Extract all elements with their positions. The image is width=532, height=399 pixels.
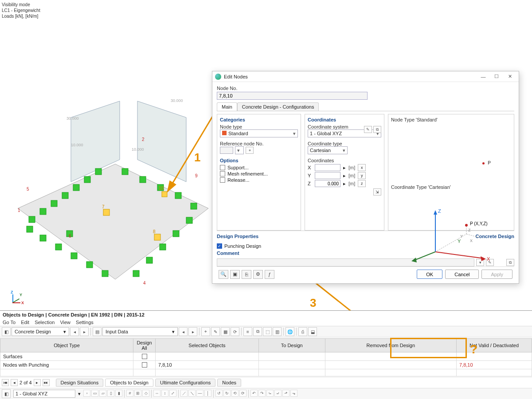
coord-tool-1-icon[interactable]: ✎ xyxy=(364,126,372,133)
dlg-tool-5-icon[interactable]: ƒ xyxy=(265,270,274,279)
status-g22-icon[interactable]: ⤿ xyxy=(266,390,274,397)
objects-table[interactable]: Object Type Design All Selected Objects … xyxy=(0,338,532,376)
dlg-tool-3-icon[interactable]: ⎘ xyxy=(242,270,251,279)
coord-z-input[interactable] xyxy=(315,180,340,187)
tb-a-icon[interactable]: ⌖ xyxy=(201,327,210,336)
status-g14-icon[interactable]: ― xyxy=(196,390,203,397)
reference-node-input[interactable] xyxy=(220,147,233,154)
cancel-button[interactable]: Cancel xyxy=(445,270,479,279)
coord-type-select[interactable]: Cartesian▾ xyxy=(308,146,348,154)
menu-view[interactable]: View xyxy=(60,320,70,325)
tab-objects-to-design[interactable]: Objects to Design xyxy=(105,379,153,387)
table-row[interactable]: Nodes with Punching 7,8,10 7,8,10 xyxy=(0,361,532,369)
coord-y-pick-icon[interactable]: y xyxy=(358,172,366,179)
pager-first-icon[interactable]: ⏮ xyxy=(2,379,9,386)
status-g15-icon[interactable]: │ xyxy=(204,390,211,397)
option-support-checkbox[interactable]: Support... xyxy=(220,165,298,170)
status-g23-icon[interactable]: ⤾ xyxy=(274,390,282,397)
tab-nodes[interactable]: Nodes xyxy=(217,379,241,387)
status-g9-icon[interactable]: ↔ xyxy=(153,390,160,397)
menu-settings[interactable]: Settings xyxy=(76,320,94,325)
tb-g-icon[interactable]: ⬚ xyxy=(263,327,272,336)
tb-icon-1[interactable]: ◧ xyxy=(2,327,11,336)
col-removed[interactable]: Removed from Design xyxy=(325,339,456,352)
menu-selection[interactable]: Selection xyxy=(35,320,55,325)
status-g10-icon[interactable]: ↕ xyxy=(161,390,168,397)
col-object-type[interactable]: Object Type xyxy=(0,339,133,352)
status-g20-icon[interactable]: ↶ xyxy=(250,390,258,397)
pager-last-icon[interactable]: ⏭ xyxy=(43,379,50,386)
window-maximize-icon[interactable]: ☐ xyxy=(490,73,503,81)
option-release-checkbox[interactable]: Release... xyxy=(220,177,298,183)
status-g3-icon[interactable]: ▱ xyxy=(99,390,106,397)
node-type-select[interactable]: Standard ▾ xyxy=(220,129,298,137)
col-design-all[interactable]: Design All xyxy=(133,339,156,352)
ok-button[interactable]: OK xyxy=(417,270,442,279)
col-selected[interactable]: Selected Objects xyxy=(156,339,259,352)
tb-c-icon[interactable]: ▦ xyxy=(221,327,230,336)
status-g13-icon[interactable]: ＼ xyxy=(188,390,196,397)
status-g12-icon[interactable]: ／ xyxy=(180,390,188,397)
design-type-select[interactable]: Concrete Design▾ xyxy=(12,327,69,336)
status-g5-icon[interactable]: ▮ xyxy=(115,390,122,397)
status-icon-sys[interactable]: ◧ xyxy=(2,389,11,398)
window-close-icon[interactable]: ✕ xyxy=(504,73,516,81)
coord-x-input[interactable] xyxy=(315,164,340,171)
status-g25-icon[interactable]: ⬎ xyxy=(290,390,297,397)
status-g17-icon[interactable]: ↻ xyxy=(223,390,231,397)
status-coord-sys-select[interactable]: 1 - Global XYZ xyxy=(13,390,75,398)
table-row[interactable] xyxy=(0,369,532,376)
data-mode-select[interactable]: Input Data▾ xyxy=(102,327,178,336)
tb-h-icon[interactable]: ▥ xyxy=(273,327,282,336)
tb-e-icon[interactable]: ≡ xyxy=(243,327,252,336)
status-g6-icon[interactable]: # xyxy=(126,390,133,397)
status-g7-icon[interactable]: ⊞ xyxy=(134,390,141,397)
design-all-checkbox[interactable] xyxy=(142,354,147,359)
option-mesh-checkbox[interactable]: Mesh refinement... xyxy=(220,171,298,176)
dlg-tool-4-icon[interactable]: ⚙ xyxy=(253,270,263,279)
table-row[interactable]: Surfaces xyxy=(0,352,532,361)
status-g1-icon[interactable]: ▫ xyxy=(83,390,90,397)
reference-node-select[interactable]: ▾ xyxy=(235,146,244,154)
col-notvalid[interactable]: Not Valid / Deactivated xyxy=(457,339,532,352)
window-minimize-icon[interactable]: ― xyxy=(477,73,489,81)
coord-tool-2-icon[interactable]: ⧉ xyxy=(373,126,381,133)
status-g11-icon[interactable]: ⤢ xyxy=(169,390,176,397)
status-g18-icon[interactable]: ⟲ xyxy=(231,390,239,397)
tb-input-icon[interactable]: ▤ xyxy=(93,327,102,336)
pick-node-icon[interactable]: ⌖ xyxy=(246,147,254,154)
tb-prev-icon[interactable]: ◂ xyxy=(70,327,79,336)
status-g21-icon[interactable]: ↷ xyxy=(258,390,266,397)
tab-design-situations[interactable]: Design Situations xyxy=(56,379,104,387)
pager-next-icon[interactable]: ▸ xyxy=(34,379,41,386)
tb-j-icon[interactable]: ⎙ xyxy=(298,327,307,336)
tb-b-icon[interactable]: ✎ xyxy=(211,327,220,336)
tab-ultimate-config[interactable]: Ultimate Configurations xyxy=(155,379,215,387)
status-g4-icon[interactable]: ▯ xyxy=(107,390,114,397)
coord-x-pick-icon[interactable]: x xyxy=(358,164,366,171)
status-g2-icon[interactable]: ▭ xyxy=(91,390,98,397)
dlg-tool-2-icon[interactable]: ▣ xyxy=(230,270,240,279)
status-g19-icon[interactable]: ⟳ xyxy=(239,390,246,397)
coord-z-pick-icon[interactable]: z xyxy=(358,180,366,187)
status-g8-icon[interactable]: ◇ xyxy=(142,390,149,397)
node-no-input[interactable] xyxy=(217,92,368,100)
tb-next-icon[interactable]: ▸ xyxy=(80,327,89,336)
tab-main[interactable]: Main xyxy=(217,102,237,111)
design-all-checkbox[interactable] xyxy=(142,362,147,368)
tb-d-icon[interactable]: ⟳ xyxy=(231,327,239,336)
dialog-titlebar[interactable]: Edit Nodes ― ☐ ✕ xyxy=(212,71,519,82)
pager-prev-icon[interactable]: ◂ xyxy=(11,379,18,386)
tb-next2-icon[interactable]: ▸ xyxy=(188,327,197,336)
tb-k-icon[interactable]: ⬓ xyxy=(308,327,317,336)
menu-goto[interactable]: Go To xyxy=(3,320,16,325)
coord-extra-icon[interactable]: ⇲ xyxy=(373,188,381,196)
tb-i-icon[interactable]: 🌐 xyxy=(286,327,294,336)
dlg-tool-search-icon[interactable]: 🔍 xyxy=(219,270,228,279)
tab-concrete-config[interactable]: Concrete Design - Configurations xyxy=(237,102,319,111)
status-g24-icon[interactable]: ⬏ xyxy=(282,390,289,397)
tb-prev2-icon[interactable]: ◂ xyxy=(179,327,188,336)
coord-y-input[interactable] xyxy=(315,172,340,179)
menu-edit[interactable]: Edit xyxy=(21,320,29,325)
col-to-design[interactable]: To Design xyxy=(258,339,325,352)
